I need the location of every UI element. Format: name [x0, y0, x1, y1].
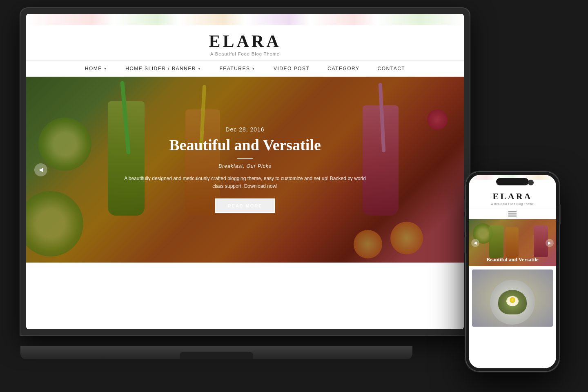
- nav-item-home-slider[interactable]: HOME SLIDER / BANNER ▼: [116, 66, 210, 71]
- phone-notch: [496, 178, 529, 185]
- hero-date: Dec 28, 2016: [122, 126, 368, 133]
- site-title: ELARA: [26, 33, 464, 50]
- laptop-device: ELARA A Beautiful Food Blog Theme HOME ▼…: [20, 8, 470, 359]
- phone-hero-next-arrow[interactable]: ▶: [546, 239, 554, 247]
- laptop-screen: ELARA A Beautiful Food Blog Theme HOME ▼…: [26, 14, 464, 329]
- scene: ELARA A Beautiful Food Blog Theme HOME ▼…: [20, 8, 568, 384]
- laptop-base-plate: [20, 346, 412, 359]
- phone-volume-down-button: [464, 237, 466, 253]
- hero-slider: ◀ Dec 28, 2016 Beautiful and Versatile B…: [26, 77, 464, 263]
- nav-dropdown-arrow: ▼: [104, 67, 107, 71]
- nav-item-video-post[interactable]: VIDEO POST: [265, 66, 318, 71]
- phone-hamburger-menu[interactable]: [469, 209, 556, 219]
- phone-screen: ELARA A Beautiful Food Blog Theme: [469, 175, 556, 368]
- hero-description: A beautifully designed and meticulously …: [122, 175, 368, 190]
- nav-item-category[interactable]: CATEGORY: [318, 66, 368, 71]
- hero-prev-arrow[interactable]: ◀: [34, 163, 47, 176]
- site-header: ELARA A Beautiful Food Blog Theme: [26, 25, 464, 61]
- phone-site-tagline: A Beautiful Food Blog Theme: [473, 203, 552, 205]
- main-navigation: HOME ▼ HOME SLIDER / BANNER ▼ FEATURES ▼: [26, 61, 464, 77]
- phone-mute-button: [464, 200, 466, 212]
- nav-item-contact[interactable]: CONTACT: [369, 66, 414, 71]
- hero-read-more-button[interactable]: READ MORE: [215, 198, 274, 213]
- phone-hero-content: Beautiful and Versatile: [469, 256, 556, 263]
- floral-decoration: [26, 14, 464, 25]
- egg-yolk: [510, 297, 515, 303]
- laptop-base-notch: [180, 352, 253, 359]
- hero-content: Dec 28, 2016 Beautiful and Versatile Bre…: [122, 126, 368, 214]
- phone-food-card: [472, 270, 553, 327]
- nav-item-features[interactable]: FEATURES ▼: [210, 66, 265, 71]
- site-tagline: A Beautiful Food Blog Theme: [26, 51, 464, 56]
- hero-divider: [237, 158, 253, 159]
- phone-hero-title: Beautiful and Versatile: [469, 256, 556, 263]
- hamburger-icon: [508, 212, 517, 216]
- phone-hero-prev-arrow[interactable]: ◀: [471, 239, 479, 247]
- phone-device: ELARA A Beautiful Food Blog Theme: [466, 172, 559, 372]
- phone-site-title: ELARA: [473, 191, 552, 202]
- phone-volume-up-button: [464, 216, 466, 233]
- hero-title: Beautiful and Versatile: [122, 136, 368, 155]
- laptop-body: ELARA A Beautiful Food Blog Theme HOME ▼…: [20, 8, 470, 335]
- nav-dropdown-arrow: ▼: [252, 67, 256, 71]
- phone-power-button: [559, 204, 561, 225]
- nav-dropdown-arrow: ▼: [198, 67, 201, 71]
- hero-subtitle: Breakfast, Our Picks: [122, 163, 368, 169]
- nav-item-home[interactable]: HOME ▼: [76, 66, 116, 71]
- phone-hero-slider: ◀ ▶ Beautiful and Versatile: [469, 219, 556, 266]
- phone-camera: [528, 180, 534, 185]
